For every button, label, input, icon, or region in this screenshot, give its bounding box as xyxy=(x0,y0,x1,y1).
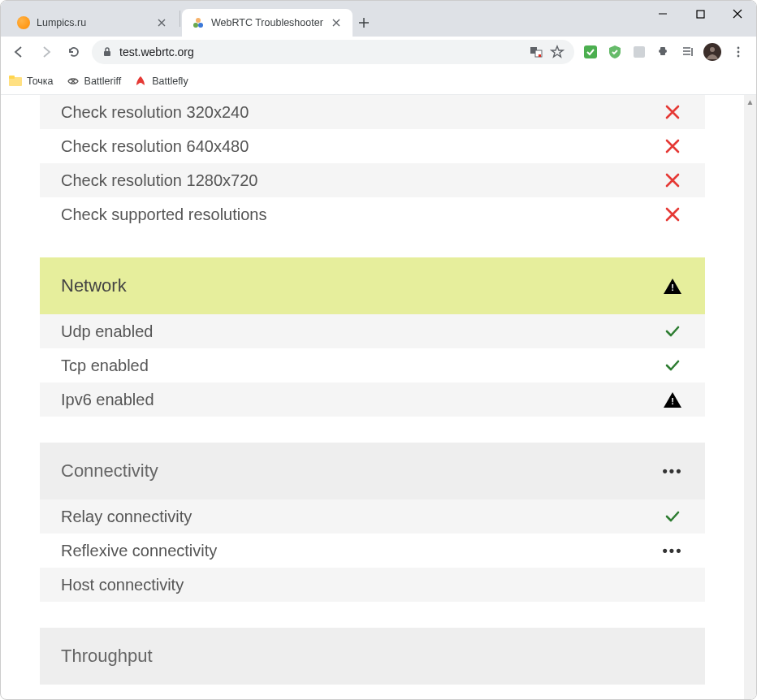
test-status-icon xyxy=(661,135,684,158)
window-controls xyxy=(644,1,756,37)
extension-adguard-icon[interactable] xyxy=(579,41,602,63)
new-tab-button[interactable] xyxy=(353,11,375,34)
section-title: Throughput xyxy=(61,646,153,667)
browser-window: Lumpics.ru WebRTC Troubleshooter xyxy=(0,0,757,700)
battlefly-icon xyxy=(134,75,147,88)
bookmark-battleriff[interactable]: Battleriff xyxy=(67,75,122,88)
test-row[interactable]: Reflexive connectivity••• xyxy=(40,534,705,568)
titlebar: Lumpics.ru WebRTC Troubleshooter xyxy=(1,1,756,37)
test-label: Tcp enabled xyxy=(61,356,149,375)
scroll-up-icon[interactable]: ▲ xyxy=(744,95,756,108)
svg-rect-7 xyxy=(539,54,541,57)
test-label: Check resolution 640x480 xyxy=(61,137,249,156)
tab-title: Lumpics.ru xyxy=(37,17,149,28)
svg-rect-9 xyxy=(634,46,645,58)
bookmark-label: Battleriff xyxy=(84,76,122,87)
maximize-button[interactable] xyxy=(681,1,719,27)
close-icon[interactable] xyxy=(155,16,168,29)
reload-button[interactable] xyxy=(61,39,87,65)
lock-icon xyxy=(102,46,113,58)
battleriff-icon xyxy=(67,75,80,88)
bookmarks-bar: Точка Battleriff Battlefly xyxy=(1,67,756,95)
extension-shield-icon[interactable] xyxy=(603,41,626,63)
reading-list-icon[interactable] xyxy=(677,41,699,63)
section-title: Network xyxy=(61,275,127,296)
section-header[interactable]: Throughput xyxy=(40,628,705,685)
bookmark-label: Battlefly xyxy=(152,76,188,87)
toolbar: test.webrtc.org xyxy=(1,37,756,67)
favicon-orange-icon xyxy=(17,16,30,29)
test-status-icon xyxy=(661,354,684,377)
address-bar[interactable]: test.webrtc.org xyxy=(92,40,574,64)
url-text: test.webrtc.org xyxy=(119,45,194,58)
test-row[interactable]: Ipv6 enabled xyxy=(40,382,705,417)
folder-icon xyxy=(9,75,22,88)
tab-separator xyxy=(180,11,180,27)
forward-button[interactable] xyxy=(33,39,59,65)
bookmark-label: Точка xyxy=(27,76,54,87)
minimize-button[interactable] xyxy=(644,1,681,27)
section-title: Connectivity xyxy=(61,460,158,482)
svg-point-11 xyxy=(710,47,715,52)
section-connectivity: Connectivity•••Relay connectivityReflexi… xyxy=(40,443,705,602)
svg-point-12 xyxy=(738,47,740,50)
section-status-icon xyxy=(661,645,684,668)
test-row[interactable]: Host connectivity xyxy=(40,568,705,602)
section-camera-partial: Check resolution 320x240Check resolution… xyxy=(40,95,705,231)
translate-icon[interactable] xyxy=(529,45,543,59)
section-header[interactable]: Network xyxy=(40,257,705,314)
svg-point-1 xyxy=(193,23,198,28)
browser-menu-button[interactable] xyxy=(725,39,751,65)
section-status-icon: ••• xyxy=(661,460,684,482)
tab-webrtc[interactable]: WebRTC Troubleshooter xyxy=(182,9,353,37)
extension-gray-icon[interactable] xyxy=(628,41,651,63)
profile-avatar[interactable] xyxy=(701,41,724,63)
test-status-icon xyxy=(661,169,684,192)
test-status-icon xyxy=(661,573,684,596)
bookmark-battlefly[interactable]: Battlefly xyxy=(134,75,188,88)
svg-point-14 xyxy=(738,55,740,58)
tab-lumpics[interactable]: Lumpics.ru xyxy=(7,9,178,37)
star-icon[interactable] xyxy=(550,45,565,59)
test-status-icon: ••• xyxy=(661,539,684,562)
test-label: Ipv6 enabled xyxy=(61,391,154,409)
extensions-puzzle-icon[interactable] xyxy=(652,41,675,63)
section-header[interactable]: Connectivity••• xyxy=(40,443,705,499)
svg-point-13 xyxy=(738,51,740,54)
back-button[interactable] xyxy=(6,39,32,65)
close-window-button[interactable] xyxy=(719,1,756,27)
test-row[interactable]: Check resolution 320x240 xyxy=(40,95,705,129)
test-status-icon xyxy=(661,505,684,528)
test-status-icon xyxy=(661,320,684,343)
test-row[interactable]: Check resolution 640x480 xyxy=(40,129,705,163)
close-icon[interactable] xyxy=(330,16,343,29)
vertical-scrollbar[interactable]: ▲ xyxy=(744,95,756,699)
svg-point-0 xyxy=(196,18,201,23)
test-row[interactable]: Relay connectivity xyxy=(40,499,705,534)
test-label: Relay connectivity xyxy=(61,508,192,526)
svg-rect-3 xyxy=(697,11,704,18)
tab-title: WebRTC Troubleshooter xyxy=(211,17,323,28)
test-status-icon xyxy=(661,101,684,123)
favicon-webrtc-icon xyxy=(192,16,205,29)
test-row[interactable]: Check resolution 1280x720 xyxy=(40,163,705,197)
test-label: Reflexive connectivity xyxy=(61,542,217,560)
svg-rect-16 xyxy=(9,76,15,79)
section-status-icon xyxy=(661,274,684,297)
test-row[interactable]: Udp enabled xyxy=(40,314,705,348)
page-scroll-area: Check resolution 320x240Check resolution… xyxy=(1,95,744,699)
section-network: NetworkUdp enabledTcp enabledIpv6 enable… xyxy=(40,257,705,417)
test-label: Host connectivity xyxy=(61,576,184,594)
test-label: Check resolution 1280x720 xyxy=(61,171,257,190)
test-label: Udp enabled xyxy=(61,322,153,341)
section-throughput: Throughput xyxy=(40,628,705,685)
page: Check resolution 320x240Check resolution… xyxy=(1,95,744,685)
tab-strip: Lumpics.ru WebRTC Troubleshooter xyxy=(1,1,644,37)
test-status-icon xyxy=(661,203,684,226)
test-row[interactable]: Tcp enabled xyxy=(40,348,705,382)
test-status-icon xyxy=(661,388,684,411)
svg-point-2 xyxy=(198,23,203,28)
test-label: Check resolution 320x240 xyxy=(61,103,249,122)
test-row[interactable]: Check supported resolutions xyxy=(40,197,705,231)
bookmark-tochka[interactable]: Точка xyxy=(9,75,54,88)
